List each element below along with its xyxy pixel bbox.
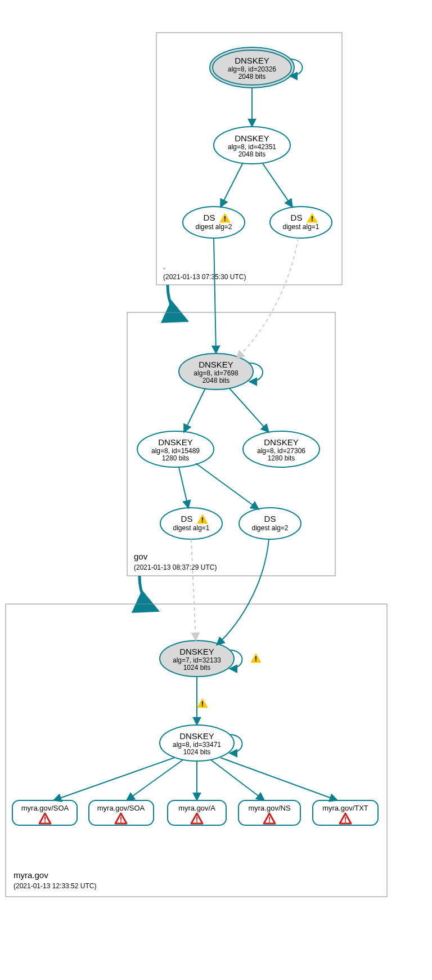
svg-text:DNSKEY: DNSKEY <box>179 731 214 741</box>
svg-text:2048 bits: 2048 bits <box>238 73 266 80</box>
edge-ds2-gov-ksk <box>214 238 216 353</box>
edge-root-zsk-ds1 <box>262 163 292 207</box>
warn-myra-ksk-self <box>251 654 261 663</box>
node-ds-gov-alg1: DS digest alg=1 <box>160 508 222 539</box>
svg-point-11 <box>183 207 245 238</box>
svg-text:alg=8, id=7698: alg=8, id=7698 <box>194 369 238 377</box>
edge-zsk-r2 <box>127 760 183 800</box>
record-soa-1: myra.gov/SOA <box>12 800 77 825</box>
edge-zsk-r4 <box>211 760 264 800</box>
svg-text:1280 bits: 1280 bits <box>162 454 190 462</box>
edge-zsk-r5 <box>220 758 338 800</box>
edge-gov-ksk-zsk2 <box>230 388 269 432</box>
svg-text:alg=8, id=27306: alg=8, id=27306 <box>257 447 305 455</box>
edge-gov-zsk-ds1 <box>179 467 188 508</box>
zone-arrow-root-gov <box>168 285 187 321</box>
edge-ds1-myra-ksk <box>191 539 196 641</box>
svg-text:alg=8, id=20326: alg=8, id=20326 <box>228 65 276 73</box>
svg-text:myra.gov/SOA: myra.gov/SOA <box>21 804 69 812</box>
node-dnskey-root-zsk: DNSKEY alg=8, id=42351 2048 bits <box>214 127 290 164</box>
edge-ds2-myra-ksk <box>217 539 269 645</box>
svg-text:alg=7, id=32133: alg=7, id=32133 <box>173 656 221 664</box>
svg-text:DNSKEY: DNSKEY <box>235 56 269 65</box>
record-ns: myra.gov/NS <box>238 800 300 825</box>
svg-point-32 <box>239 508 301 539</box>
edge-gov-zsk-ds2 <box>196 463 259 509</box>
svg-text:alg=8, id=15489: alg=8, id=15489 <box>151 447 200 455</box>
svg-text:DNSKEY: DNSKEY <box>235 133 269 143</box>
svg-text:myra.gov/SOA: myra.gov/SOA <box>97 804 145 812</box>
node-dnskey-myra-ksk: DNSKEY alg=7, id=32133 1024 bits <box>160 641 234 677</box>
node-dnskey-root-ksk: DNSKEY alg=8, id=20326 2048 bits <box>210 47 294 88</box>
node-ds-root-alg1: DS digest alg=1 <box>270 207 332 238</box>
zone-myra-ts: (2021-01-13 12:33:52 UTC) <box>14 882 96 890</box>
node-dnskey-gov-15489: DNSKEY alg=8, id=15489 1280 bits <box>137 431 214 467</box>
svg-text:DNSKEY: DNSKEY <box>179 647 214 656</box>
svg-text:2048 bits: 2048 bits <box>202 377 230 384</box>
svg-text:DS: DS <box>264 514 276 523</box>
node-ds-root-alg2: DS digest alg=2 <box>183 207 245 238</box>
svg-text:myra.gov/TXT: myra.gov/TXT <box>322 804 368 812</box>
zone-root-name: . <box>163 261 165 271</box>
svg-text:DNSKEY: DNSKEY <box>158 437 193 447</box>
record-a: myra.gov/A <box>168 800 226 825</box>
zone-root-ts: (2021-01-13 07:35:30 UTC) <box>163 273 246 281</box>
edge-gov-ksk-zsk1 <box>184 388 205 432</box>
svg-text:DS: DS <box>181 514 193 523</box>
svg-point-14 <box>270 207 332 238</box>
node-dnskey-myra-zsk: DNSKEY alg=8, id=33471 1024 bits <box>160 725 234 761</box>
zone-gov-ts: (2021-01-13 08:37:29 UTC) <box>134 563 217 571</box>
svg-text:digest alg=2: digest alg=2 <box>251 524 288 532</box>
svg-point-29 <box>160 508 222 539</box>
svg-text:myra.gov/NS: myra.gov/NS <box>248 804 290 812</box>
svg-text:1024 bits: 1024 bits <box>183 664 211 672</box>
node-dnskey-gov-27306: DNSKEY alg=8, id=27306 1280 bits <box>243 431 320 467</box>
svg-text:myra.gov/A: myra.gov/A <box>178 804 215 812</box>
svg-text:digest alg=1: digest alg=1 <box>282 223 319 231</box>
warn-myra-zsk <box>197 699 208 708</box>
zone-myra-name: myra.gov <box>14 870 48 880</box>
svg-text:alg=8, id=33471: alg=8, id=33471 <box>173 741 221 749</box>
svg-text:DS: DS <box>204 213 215 222</box>
svg-text:DS: DS <box>291 213 303 222</box>
edge-root-zsk-ds2 <box>220 163 243 207</box>
zone-gov-name: gov <box>134 552 148 561</box>
svg-text:digest alg=2: digest alg=2 <box>195 223 232 231</box>
record-soa-2: myra.gov/SOA <box>89 800 154 825</box>
svg-text:alg=8, id=42351: alg=8, id=42351 <box>228 143 276 151</box>
dnssec-diagram: ! ! . (2021-01-13 07:35:30 UTC) DNSKEY a… <box>0 0 432 980</box>
svg-text:digest alg=1: digest alg=1 <box>173 524 209 532</box>
svg-text:2048 bits: 2048 bits <box>238 150 266 158</box>
record-txt: myra.gov/TXT <box>313 800 378 825</box>
svg-text:1024 bits: 1024 bits <box>183 748 211 756</box>
svg-text:DNSKEY: DNSKEY <box>264 437 299 447</box>
edge-ds1-gov-ksk <box>236 238 298 359</box>
node-dnskey-gov-ksk: DNSKEY alg=8, id=7698 2048 bits <box>179 353 253 390</box>
svg-text:DNSKEY: DNSKEY <box>199 360 233 369</box>
zone-arrow-gov-myra <box>140 576 158 611</box>
node-ds-gov-alg2: DS digest alg=2 <box>239 508 301 539</box>
svg-text:1280 bits: 1280 bits <box>268 454 295 462</box>
